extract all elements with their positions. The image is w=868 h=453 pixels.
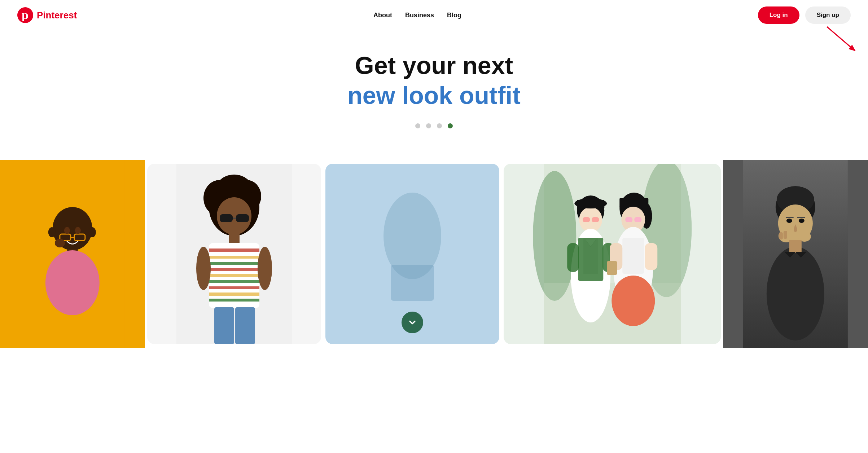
svg-rect-30 xyxy=(209,274,259,277)
svg-rect-31 xyxy=(209,280,259,283)
svg-rect-29 xyxy=(209,268,259,271)
svg-rect-78 xyxy=(786,217,794,218)
svg-point-38 xyxy=(258,247,272,290)
image-card-3 xyxy=(325,164,499,344)
image-card-2 xyxy=(147,164,321,344)
svg-rect-85 xyxy=(789,240,802,253)
nav-business[interactable]: Business xyxy=(405,12,434,19)
svg-point-76 xyxy=(786,219,792,223)
svg-rect-55 xyxy=(578,238,603,281)
svg-rect-56 xyxy=(567,243,579,272)
dot-4[interactable] xyxy=(448,123,453,128)
svg-rect-50 xyxy=(583,217,590,222)
image-card-1 xyxy=(0,160,145,348)
image-card-4 xyxy=(504,164,721,344)
dot-2[interactable] xyxy=(426,123,431,128)
person-figure-2 xyxy=(147,164,321,344)
nav-blog[interactable]: Blog xyxy=(447,12,461,19)
svg-rect-79 xyxy=(797,217,805,218)
signup-button[interactable]: Sign up xyxy=(805,6,851,24)
svg-point-9 xyxy=(45,250,100,315)
svg-rect-83 xyxy=(784,231,787,239)
hero-line2: new look outfit xyxy=(7,82,861,109)
svg-point-14 xyxy=(55,239,65,247)
svg-point-12 xyxy=(48,227,56,237)
svg-rect-82 xyxy=(779,232,783,239)
svg-point-43 xyxy=(533,171,576,301)
svg-point-10 xyxy=(64,227,70,234)
svg-rect-21 xyxy=(220,214,233,222)
svg-rect-26 xyxy=(209,249,259,252)
person-figure-5 xyxy=(723,160,868,348)
svg-point-49 xyxy=(574,198,607,208)
navbar: p Pinterest About Business Blog Log in S… xyxy=(0,0,868,30)
pinterest-logo-icon[interactable]: p xyxy=(17,7,33,23)
svg-rect-32 xyxy=(209,286,259,289)
hero-line1: Get your next xyxy=(7,52,861,79)
svg-rect-34 xyxy=(209,299,259,302)
svg-rect-69 xyxy=(645,243,657,270)
carousel-dots xyxy=(7,123,861,128)
svg-rect-36 xyxy=(235,307,255,344)
nav-actions: Log in Sign up xyxy=(758,6,851,24)
svg-rect-27 xyxy=(209,256,259,259)
svg-point-13 xyxy=(89,227,96,237)
scroll-down-button[interactable] xyxy=(402,312,423,333)
svg-rect-35 xyxy=(214,307,234,344)
svg-rect-62 xyxy=(625,217,632,222)
nav-about[interactable]: About xyxy=(373,12,392,19)
svg-point-77 xyxy=(799,219,805,223)
svg-point-11 xyxy=(75,227,81,234)
svg-point-67 xyxy=(611,276,655,326)
svg-point-81 xyxy=(798,232,811,242)
dot-3[interactable] xyxy=(437,123,442,128)
image-grid xyxy=(0,160,868,348)
svg-rect-28 xyxy=(209,262,259,265)
svg-rect-22 xyxy=(236,214,249,222)
dot-1[interactable] xyxy=(415,123,420,128)
svg-rect-33 xyxy=(209,293,259,296)
hero-section: Get your next new look outfit xyxy=(0,30,868,160)
brand-name: Pinterest xyxy=(37,10,77,21)
login-button[interactable]: Log in xyxy=(758,6,799,24)
svg-rect-51 xyxy=(592,217,599,222)
image-card-5 xyxy=(723,160,868,348)
svg-point-37 xyxy=(196,247,211,290)
person-figure-1 xyxy=(0,160,145,348)
svg-text:p: p xyxy=(22,9,29,21)
person-figure-4 xyxy=(504,164,721,344)
svg-rect-41 xyxy=(391,265,434,301)
chevron-down-icon xyxy=(407,317,417,327)
logo-area: p Pinterest xyxy=(17,7,77,23)
svg-rect-66 xyxy=(622,238,644,274)
svg-rect-70 xyxy=(607,261,617,275)
svg-point-84 xyxy=(767,247,824,340)
svg-rect-45 xyxy=(544,283,681,344)
svg-rect-63 xyxy=(634,217,641,222)
p-icon: p xyxy=(21,9,30,21)
nav-links: About Business Blog xyxy=(373,12,461,19)
